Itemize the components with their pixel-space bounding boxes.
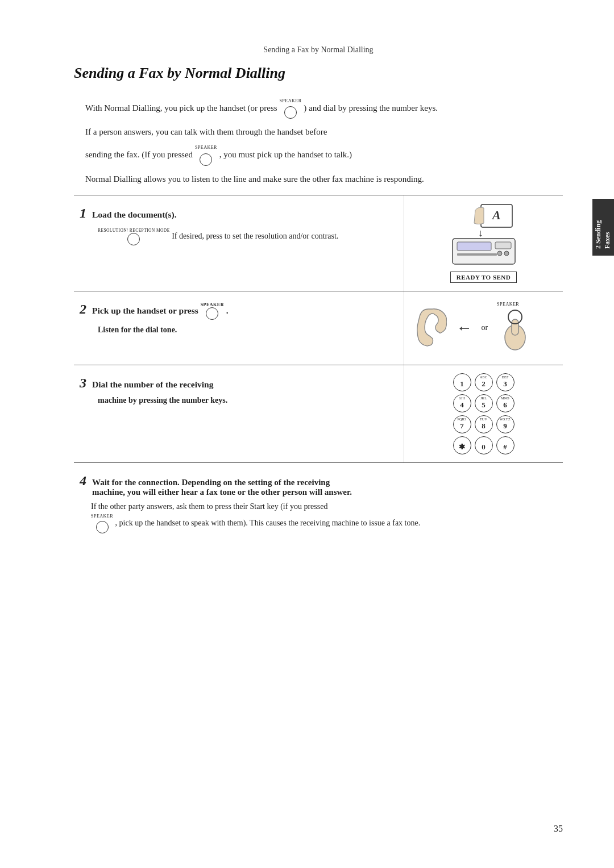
keypad-container: 1 ABC 2 DEF 3 GHI [453, 373, 515, 454]
step-1-title: Load the document(s). [92, 210, 177, 220]
step-3-title: Dial the number of the receiving [92, 379, 213, 390]
step-3-subtitle: machine by pressing the number keys. [80, 394, 392, 407]
key-3: DEF 3 [496, 373, 515, 391]
speaker-hand-svg [497, 309, 534, 354]
intro-para2: If a person answers, you can talk with t… [85, 125, 563, 139]
step-3-number: 3 [80, 375, 86, 391]
step-4-bold-line1: Wait for the connection. Depending on th… [92, 478, 330, 487]
resolution-btn-wrap: RESOLUTION/ RECEPTION MODE [98, 228, 170, 246]
steps-container: 1 Load the document(s). RESOLUTION/ RECE… [74, 195, 563, 544]
keypad-row-1: 1 ABC 2 DEF 3 [453, 373, 515, 391]
step-2-left: 2 Pick up the handset or press SPEAKER .… [74, 291, 404, 365]
intro-block: With Normal Dialling, you pick up the ha… [74, 98, 563, 186]
step-2-title: Pick up the handset or press SPEAKER . [92, 302, 229, 320]
key-hash: # [496, 436, 515, 454]
resolution-btn-icon [127, 233, 140, 245]
step-2-row: 2 Pick up the handset or press SPEAKER .… [74, 291, 563, 365]
or-text: or [481, 323, 488, 332]
keypad-row-4: ✱ 0 # [453, 436, 515, 454]
step-2-header: 2 Pick up the handset or press SPEAKER . [80, 302, 392, 320]
handset-svg [412, 305, 447, 350]
key-star: ✱ [453, 436, 471, 454]
key-9: WXYZ 9 [496, 415, 515, 433]
speaker-wrap-step4: SPEAKER [91, 513, 113, 534]
intro-para4: Normal Dialling allows you to listen to … [85, 172, 563, 186]
key-6: MNO 6 [496, 394, 515, 412]
step-4-sub-para2: SPEAKER , pick up the handset to speak w… [91, 513, 551, 534]
step-4-number: 4 [80, 473, 86, 489]
speaker-hand-group: SPEAKER [497, 299, 555, 357]
left-arrow-icon: ← [456, 319, 472, 337]
key-4: GHI 4 [453, 394, 471, 412]
svg-point-6 [497, 251, 502, 256]
key-1: 1 [453, 373, 471, 391]
step-4-sub-para1: If the other party answers, ask them to … [91, 500, 551, 513]
key-7: PQRS 7 [453, 415, 471, 433]
speaker-icon-step4 [96, 521, 109, 533]
key-5: JKL 5 [475, 394, 493, 412]
step-2-number: 2 [80, 302, 86, 317]
intro-para1: With Normal Dialling, you pick up the ha… [85, 98, 563, 119]
key-8: TUV 8 [475, 415, 493, 433]
page-number: 35 [554, 824, 563, 834]
step-1-row: 1 Load the document(s). RESOLUTION/ RECE… [74, 195, 563, 291]
step-4-sub: If the other party answers, ask them to … [80, 500, 551, 534]
svg-rect-10 [512, 319, 518, 335]
fax-machine-illustration: A ↓ READY TO SEND [447, 203, 521, 283]
step-3-left: 3 Dial the number of the receiving machi… [74, 365, 404, 462]
step-1-sub: RESOLUTION/ RECEPTION MODE If desired, p… [80, 228, 392, 246]
sidebar-label: 2 Sending Faxes [594, 206, 612, 249]
svg-rect-4 [457, 242, 491, 251]
speaker-label-step2b: SPEAKER [497, 302, 519, 307]
step-4-bold-text: Wait for the connection. Depending on th… [92, 478, 352, 497]
sidebar-tab: 2 Sending Faxes [592, 199, 614, 256]
page-header: Sending a Fax by Normal Dialling [74, 45, 563, 55]
svg-rect-8 [457, 253, 497, 256]
svg-text:↓: ↓ [478, 227, 483, 239]
speaker-button-inline1: SPEAKER [279, 98, 301, 119]
speaker-btn-step2: SPEAKER [201, 302, 224, 320]
step-1-left: 1 Load the document(s). RESOLUTION/ RECE… [74, 195, 404, 291]
step-4-bold-line2: machine, you will either hear a fax tone… [92, 487, 352, 496]
speaker-button-inline2: SPEAKER [195, 144, 217, 166]
fax-machine-svg: A ↓ [447, 203, 521, 266]
step-2-subtitle: Listen for the dial tone. [80, 324, 392, 336]
speaker-icon-step2 [206, 307, 218, 320]
step-4-header: 4 Wait for the connection. Depending on … [80, 473, 551, 497]
keypad-row-3: PQRS 7 TUV 8 WXYZ 9 [453, 415, 515, 433]
main-title: Sending a Fax by Normal Dialling [74, 65, 563, 82]
ready-to-send-display: READY TO SEND [450, 272, 517, 283]
step-1-right: A ↓ READY TO SEND [404, 195, 563, 291]
key-0: 0 [475, 436, 493, 454]
step-2-right: ← or SPEAKER [404, 291, 563, 365]
step-4-content: 4 Wait for the connection. Depending on … [74, 463, 563, 544]
keypad-row-2: GHI 4 JKL 5 MNO 6 [453, 394, 515, 412]
page-container: Sending a Fax by Normal Dialling Sending… [0, 0, 614, 868]
step-1-number: 1 [80, 206, 86, 221]
speaker-icon-2 [200, 153, 212, 166]
step-2-illustrations: ← or SPEAKER [412, 299, 555, 357]
page-header-text: Sending a Fax by Normal Dialling [263, 45, 373, 54]
step-1-header: 1 Load the document(s). [80, 206, 392, 224]
svg-point-7 [504, 251, 509, 256]
step-3-header: 3 Dial the number of the receiving [80, 375, 392, 391]
step-3-right: 1 ABC 2 DEF 3 GHI [404, 365, 563, 462]
speaker-icon-1 [284, 106, 297, 119]
svg-text:A: A [491, 208, 501, 222]
step-3-row: 3 Dial the number of the receiving machi… [74, 365, 563, 463]
step-4-row: 4 Wait for the connection. Depending on … [74, 463, 563, 544]
key-2: ABC 2 [475, 373, 493, 391]
intro-para3: sending the fax. (If you pressed SPEAKER… [85, 144, 563, 166]
svg-rect-5 [495, 242, 511, 249]
